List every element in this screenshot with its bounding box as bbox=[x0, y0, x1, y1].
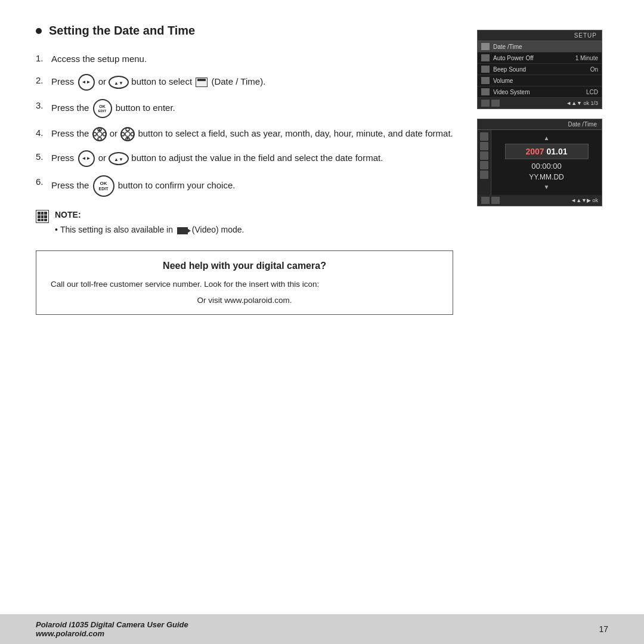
note-text: This setting is also available in (Video… bbox=[60, 224, 244, 236]
dt-format-field: YY.MM.DD bbox=[529, 173, 564, 181]
footer-website: www.polaroid.com bbox=[36, 629, 188, 638]
footer-left: Polaroid i1035 Digital Camera User Guide… bbox=[36, 620, 188, 638]
step-4-num: 4. bbox=[36, 126, 47, 140]
ok-edit-icon: OK EDIT bbox=[93, 99, 112, 118]
svg-text:▲▼: ▲▼ bbox=[114, 80, 123, 86]
note-bullet: • This setting is also available in (Vid… bbox=[55, 224, 244, 236]
row-value-2: On bbox=[590, 66, 598, 73]
note-content: NOTE: • This setting is also available i… bbox=[55, 209, 244, 236]
row-icon-0 bbox=[481, 43, 490, 50]
dt-footer-icon-2 bbox=[491, 197, 500, 204]
svg-point-6 bbox=[93, 132, 96, 136]
flower-down-icon bbox=[120, 126, 135, 142]
help-visit: Or visit www.polaroid.com. bbox=[51, 296, 438, 305]
right-column: SETUP Date /Time Auto Power Off 1 Minute… bbox=[477, 24, 608, 605]
dt-left-icons bbox=[478, 130, 491, 195]
steps-list: 1. Access the setup menu. 2. Press ◄► or bbox=[36, 52, 453, 197]
nav-lr-icon-2: ◄► bbox=[78, 150, 95, 167]
dt-down-arrow: ▼ bbox=[544, 184, 550, 190]
svg-point-13 bbox=[122, 132, 125, 136]
step-1-content: Access the setup menu. bbox=[51, 52, 453, 66]
note-label: NOTE: bbox=[55, 210, 81, 219]
dt-screen-header: Date /Time bbox=[478, 119, 602, 130]
dt-footer: ◄▲▼▶ ok bbox=[478, 195, 602, 206]
row-value-1: 1 Minute bbox=[575, 55, 598, 61]
svg-point-7 bbox=[103, 132, 106, 136]
step-6-content: Press the OK EDIT button to confirm your… bbox=[51, 175, 453, 197]
section-title: Setting the Date and Time bbox=[36, 24, 453, 38]
help-box: Need help with your digital camera? Call… bbox=[36, 250, 453, 314]
dt-icon-3 bbox=[480, 151, 488, 160]
dt-footer-right: ◄▲▼▶ ok bbox=[571, 197, 598, 203]
dt-icon-2 bbox=[480, 142, 488, 150]
main-content: Setting the Date and Time 1. Access the … bbox=[36, 24, 608, 605]
svg-point-3 bbox=[97, 132, 102, 137]
footer-page-number: 17 bbox=[599, 624, 608, 634]
dt-up-arrow: ▲ bbox=[544, 135, 550, 141]
svg-point-5 bbox=[98, 138, 101, 141]
title-text: Setting the Date and Time bbox=[49, 24, 195, 38]
setup-row-3: Volume bbox=[478, 75, 602, 86]
row-icon-4 bbox=[481, 88, 490, 95]
dt-main: ▲ 2007 01.01 00:00:00 YY.MM.DD ▼ bbox=[491, 130, 602, 195]
nav-dial-icon-2: ▲▼ bbox=[109, 152, 129, 165]
step-5-num: 5. bbox=[36, 150, 47, 164]
row-label-1: Auto Power Off bbox=[493, 55, 572, 61]
dt-time-field: 00:00:00 bbox=[531, 162, 562, 171]
setup-row-4: Video System LCD bbox=[478, 86, 602, 98]
step-5-content: Press ◄► or ▲▼ button to adjust the valu… bbox=[51, 150, 453, 167]
page: Setting the Date and Time 1. Access the … bbox=[0, 0, 644, 644]
bullet-icon bbox=[36, 28, 42, 34]
dt-footer-icon-1 bbox=[481, 197, 490, 204]
step-2-num: 2. bbox=[36, 74, 47, 88]
row-label-4: Video System bbox=[493, 89, 583, 95]
step-2-content: Press ◄► or ▲▼ button to select bbox=[51, 74, 453, 91]
step-4-content: Press the or bbox=[51, 126, 453, 142]
setup-screen: SETUP Date /Time Auto Power Off 1 Minute… bbox=[477, 30, 602, 109]
svg-point-14 bbox=[131, 132, 134, 136]
dt-footer-left bbox=[481, 197, 500, 204]
nav-left-right-icon: ◄► bbox=[78, 74, 95, 91]
dt-date-rest: 01.01 bbox=[547, 147, 568, 156]
row-icon-3 bbox=[481, 77, 490, 84]
step-5: 5. Press ◄► or ▲▼ button to adjust the v… bbox=[36, 150, 453, 167]
step-6-num: 6. bbox=[36, 175, 47, 189]
step-4: 4. Press the or bbox=[36, 126, 453, 142]
step-3: 3. Press the OK EDIT button to enter. bbox=[36, 99, 453, 118]
footer-guide-title: Polaroid i1035 Digital Camera User Guide bbox=[36, 620, 188, 629]
step-3-content: Press the OK EDIT button to enter. bbox=[51, 99, 453, 118]
footer-right: ◄▲▼ ok 1/3 bbox=[566, 100, 598, 106]
footer-icons bbox=[481, 100, 500, 107]
dt-icon-5 bbox=[480, 171, 488, 179]
svg-marker-8 bbox=[98, 128, 101, 131]
help-text: Call our toll-free customer service numb… bbox=[51, 278, 438, 290]
step-3-num: 3. bbox=[36, 99, 47, 113]
svg-point-10 bbox=[125, 132, 130, 137]
step-1: 1. Access the setup menu. bbox=[36, 52, 453, 66]
step-6: 6. Press the OK EDIT button to confirm y… bbox=[36, 175, 453, 197]
row-icon-1 bbox=[481, 54, 490, 61]
step-1-text: Access the setup menu. bbox=[51, 54, 147, 64]
ok-edit-icon-2: OK EDIT bbox=[93, 175, 114, 197]
note-section: NOTE: • This setting is also available i… bbox=[36, 209, 453, 236]
page-footer: Polaroid i1035 Digital Camera User Guide… bbox=[0, 614, 644, 644]
step-2: 2. Press ◄► or ▲▼ button to select bbox=[36, 74, 453, 91]
datetime-screen: Date /Time ▲ 2007 01.01 bbox=[477, 119, 602, 206]
left-column: Setting the Date and Time 1. Access the … bbox=[36, 24, 459, 605]
row-label-2: Beep Sound bbox=[493, 66, 587, 73]
row-icon-2 bbox=[481, 66, 490, 73]
footer-icon-2 bbox=[491, 100, 500, 107]
svg-text:▲▼: ▲▼ bbox=[114, 157, 123, 162]
setup-screen-header: SETUP bbox=[478, 30, 602, 41]
setup-row-1: Auto Power Off 1 Minute bbox=[478, 52, 602, 64]
flower-up-icon bbox=[92, 126, 107, 142]
dt-year: 2007 bbox=[525, 147, 544, 156]
dt-icon-1 bbox=[480, 132, 488, 141]
setup-screen-footer: ◄▲▼ ok 1/3 bbox=[478, 98, 602, 109]
note-icon bbox=[36, 210, 49, 223]
dt-body: ▲ 2007 01.01 00:00:00 YY.MM.DD ▼ bbox=[478, 130, 602, 195]
step-1-num: 1. bbox=[36, 52, 47, 66]
help-title: Need help with your digital camera? bbox=[51, 261, 438, 271]
footer-icon-1 bbox=[481, 100, 490, 107]
dt-icon-4 bbox=[480, 161, 488, 169]
